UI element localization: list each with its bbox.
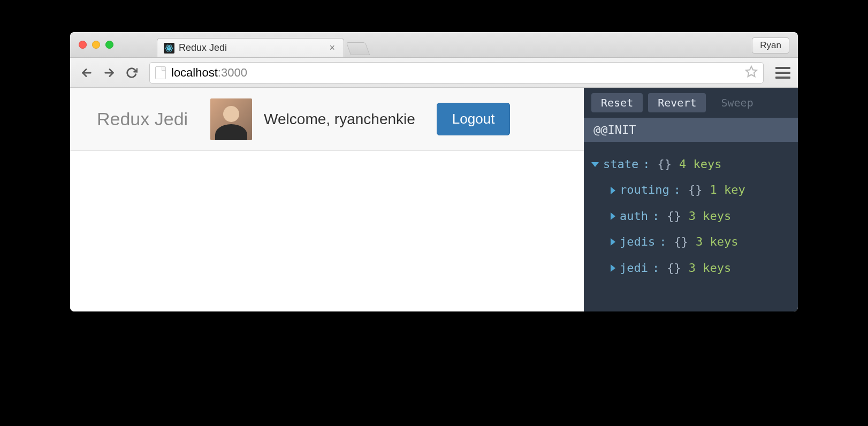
- title-bar: Redux Jedi × Ryan: [70, 32, 798, 58]
- reload-button[interactable]: [123, 64, 141, 82]
- window-minimize-button[interactable]: [92, 41, 100, 49]
- devtools-toolbar: Reset Revert Sweep: [584, 88, 798, 118]
- traffic-lights: [79, 41, 113, 49]
- forward-button[interactable]: [100, 64, 118, 82]
- tree-child[interactable]: jedi: {} 3 keys: [591, 255, 790, 281]
- redux-devtools: Reset Revert Sweep @@INIT state: {} 4 ke…: [584, 88, 798, 311]
- tree-key: routing: [620, 177, 669, 203]
- welcome-text: Welcome, ryanchenkie: [264, 111, 415, 128]
- tree-child[interactable]: jedis: {} 3 keys: [591, 229, 790, 255]
- tree-braces: {}: [657, 151, 672, 177]
- app-navbar: Redux Jedi Welcome, ryanchenkie Logout: [70, 88, 584, 151]
- react-favicon-icon: [164, 43, 174, 54]
- tree-summary: 3 keys: [689, 203, 731, 229]
- browser-window: Redux Jedi × Ryan localhost:3000: [70, 32, 798, 311]
- arrow-down-icon: [591, 162, 599, 167]
- sweep-button[interactable]: Sweep: [711, 93, 763, 112]
- url-port: :3000: [218, 66, 247, 79]
- avatar: [210, 98, 252, 140]
- window-close-button[interactable]: [79, 41, 87, 49]
- tree-key: jedis: [620, 229, 655, 255]
- content-area: Redux Jedi Welcome, ryanchenkie Logout R…: [70, 88, 798, 311]
- back-button[interactable]: [78, 64, 96, 82]
- state-tree: state: {} 4 keys routing: {} 1 key auth:…: [584, 142, 798, 291]
- tree-summary: 3 keys: [689, 255, 731, 281]
- address-bar[interactable]: localhost:3000: [149, 62, 764, 83]
- arrow-right-icon: [611, 264, 615, 272]
- tree-key: auth: [620, 203, 648, 229]
- tree-key: jedi: [620, 255, 648, 281]
- arrow-right-icon: [611, 212, 615, 220]
- tree-key: state: [603, 151, 638, 177]
- tree-braces: {}: [667, 255, 681, 281]
- menu-button[interactable]: [775, 67, 790, 79]
- url-text: localhost:3000: [171, 66, 247, 80]
- tree-braces: {}: [674, 229, 688, 255]
- logout-button[interactable]: Logout: [437, 103, 511, 135]
- tree-summary: 1 key: [710, 177, 745, 203]
- window-maximize-button[interactable]: [105, 41, 113, 49]
- action-row[interactable]: @@INIT: [584, 118, 798, 142]
- profile-button[interactable]: Ryan: [752, 37, 789, 54]
- tab-close-button[interactable]: ×: [327, 42, 337, 54]
- svg-marker-6: [746, 66, 757, 77]
- tree-child[interactable]: routing: {} 1 key: [591, 177, 790, 203]
- tabs-area: Redux Jedi ×: [157, 32, 368, 57]
- tree-braces: {}: [667, 203, 681, 229]
- bookmark-star-icon[interactable]: [745, 65, 758, 80]
- reset-button[interactable]: Reset: [591, 93, 643, 112]
- arrow-right-icon: [611, 187, 615, 194]
- tree-summary: 3 keys: [696, 229, 738, 255]
- new-tab-button[interactable]: [346, 42, 370, 55]
- revert-button[interactable]: Revert: [648, 93, 706, 112]
- browser-toolbar: localhost:3000: [70, 58, 798, 88]
- tree-summary: 4 keys: [679, 151, 721, 177]
- tab-title: Redux Jedi: [179, 42, 227, 54]
- brand: Redux Jedi: [97, 109, 188, 130]
- browser-tab[interactable]: Redux Jedi ×: [157, 38, 344, 57]
- tree-root[interactable]: state: {} 4 keys: [591, 151, 790, 177]
- url-host: localhost: [171, 66, 218, 79]
- svg-point-0: [169, 47, 170, 49]
- tree-braces: {}: [688, 177, 703, 203]
- tree-child[interactable]: auth: {} 3 keys: [591, 203, 790, 229]
- arrow-right-icon: [611, 238, 615, 246]
- page-content: Redux Jedi Welcome, ryanchenkie Logout: [70, 88, 584, 311]
- page-icon: [155, 66, 166, 79]
